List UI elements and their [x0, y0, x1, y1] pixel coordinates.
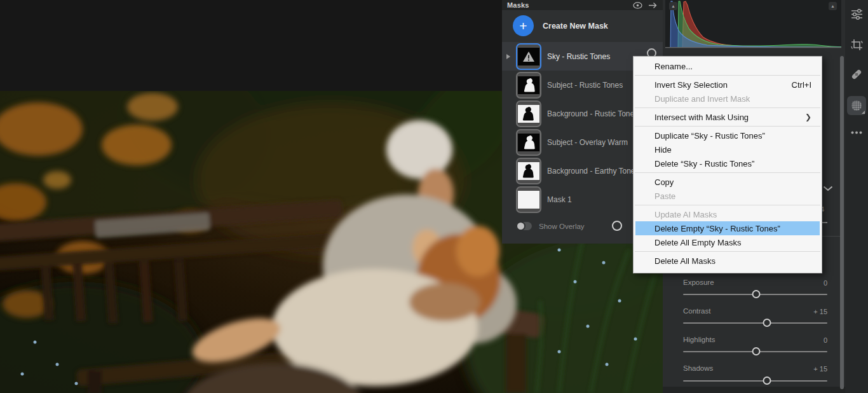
- subject-silhouette-icon: [518, 77, 539, 93]
- histogram-chart: [665, 0, 841, 48]
- menu-separator: [635, 126, 820, 127]
- masks-panel-title: Masks: [507, 1, 529, 9]
- create-new-mask-button[interactable]: + Create New Mask: [513, 15, 608, 36]
- panel-scrollbar[interactable]: [840, 56, 844, 389]
- slider-shadows[interactable]: [683, 380, 827, 382]
- slider-label-contrast: Contrast: [683, 307, 710, 315]
- tool-strip: [845, 0, 868, 393]
- crop-icon: [851, 39, 863, 51]
- create-new-mask-label: Create New Mask: [543, 22, 608, 31]
- menu-item-delete-empty-sky-rustic-tones[interactable]: Delete Empty “Sky - Rustic Tones”: [635, 221, 820, 235]
- menu-item-intersect-with-mask-using[interactable]: Intersect with Mask Using ❯: [634, 110, 822, 124]
- menu-item-paste[interactable]: Paste: [634, 189, 822, 203]
- menu-separator: [635, 75, 820, 76]
- menu-separator: [635, 205, 820, 205]
- menu-item-copy[interactable]: Copy: [634, 175, 822, 189]
- slider-value-contrast: + 15: [813, 308, 827, 315]
- mask-context-menu: Rename... Invert Sky Selection Ctrl+I Du…: [633, 56, 822, 273]
- menu-item-duplicate-and-invert-mask[interactable]: Duplicate and Invert Mask: [634, 92, 822, 106]
- toggle-knob: [516, 221, 526, 231]
- show-overlay-label: Show Overlay: [539, 223, 585, 230]
- panel-dash-fragment: [822, 222, 827, 223]
- submenu-arrow-icon: ❯: [805, 113, 811, 121]
- subject-silhouette-icon: [518, 134, 539, 151]
- masking-icon: [850, 99, 863, 112]
- arrow-right-icon[interactable]: [648, 2, 658, 9]
- chevron-down-icon[interactable]: [823, 186, 833, 191]
- menu-item-delete-sky-rustic-tones[interactable]: Delete “Sky - Rustic Tones”: [634, 156, 822, 170]
- menu-item-delete-all-masks[interactable]: Delete All Masks: [634, 254, 822, 268]
- show-overlay-toggle[interactable]: [516, 222, 532, 230]
- disclosure-triangle-icon[interactable]: [506, 54, 510, 59]
- menu-item-invert-sky-selection[interactable]: Invert Sky Selection Ctrl+I: [634, 78, 822, 92]
- mask-label: Subject - Rustic Tones: [547, 81, 623, 90]
- mask-label: Subject - Overlay Warm: [547, 138, 628, 147]
- slider-contrast[interactable]: [683, 322, 827, 324]
- slider-knob[interactable]: [752, 290, 760, 298]
- mask-thumbnail[interactable]: [516, 100, 541, 127]
- histogram[interactable]: ▲ ▲: [665, 0, 841, 48]
- slider-knob[interactable]: [763, 376, 771, 385]
- mask-thumbnail[interactable]: [516, 72, 541, 99]
- slider-exposure[interactable]: [683, 294, 827, 295]
- masks-panel-header: Masks: [502, 0, 663, 10]
- mask-thumbnail[interactable]: [516, 158, 541, 184]
- menu-shortcut: Ctrl+I: [792, 80, 811, 90]
- mask-label: Mask 1: [547, 195, 572, 204]
- slider-value-exposure: 0: [824, 279, 827, 287]
- edit-adjustments-button[interactable]: [845, 3, 868, 25]
- overlay-color-swatch[interactable]: [612, 221, 622, 231]
- slider-value-highlights: 0: [824, 336, 827, 344]
- menu-item-rename[interactable]: Rename...: [634, 59, 822, 73]
- slider-knob[interactable]: [752, 347, 760, 355]
- slider-label-shadows: Shadows: [683, 364, 713, 372]
- panel-bottom-strip: [663, 387, 845, 393]
- menu-separator: [635, 172, 820, 173]
- subject-silhouette-icon: [518, 163, 539, 179]
- plus-icon: +: [513, 15, 534, 36]
- slider-highlights[interactable]: [683, 351, 827, 352]
- slider-value-shadows: + 15: [813, 365, 827, 373]
- slider-knob[interactable]: [763, 319, 771, 327]
- slider-label-highlights: Highlights: [683, 336, 715, 343]
- show-overlay-row: Show Overlay: [516, 222, 585, 230]
- masking-button[interactable]: [845, 94, 868, 117]
- mask-label: Background - Rustic Tones: [547, 109, 638, 118]
- panel-separator: [822, 236, 841, 237]
- slider-label-exposure: Exposure: [683, 279, 714, 286]
- menu-separator: [635, 107, 820, 108]
- healing-bandaid-icon: [850, 68, 863, 81]
- menu-item-duplicate-sky-rustic-tones[interactable]: Duplicate “Sky - Rustic Tones”: [634, 128, 822, 142]
- menu-item-delete-all-empty-masks[interactable]: Delete All Empty Masks: [634, 235, 822, 249]
- ellipsis-icon: [851, 131, 862, 134]
- menu-item-update-ai-masks[interactable]: Update AI Masks: [634, 207, 822, 221]
- sliders-icon: [851, 8, 863, 20]
- subject-silhouette-icon: [518, 106, 539, 122]
- healing-button[interactable]: [845, 63, 868, 86]
- eye-icon[interactable]: [633, 2, 642, 9]
- warning-icon: [521, 50, 536, 64]
- menu-separator: [635, 251, 820, 252]
- menu-item-hide[interactable]: Hide: [634, 142, 822, 156]
- mask-thumbnail[interactable]: [516, 43, 541, 70]
- shadow-clipping-icon[interactable]: ▲: [669, 2, 677, 10]
- mask-label: Background - Earthy Tones: [547, 167, 639, 176]
- crop-rotate-button[interactable]: [845, 33, 868, 56]
- mask-thumbnail[interactable]: [516, 186, 541, 213]
- mask-thumbnail[interactable]: [516, 129, 541, 156]
- highlight-clipping-icon[interactable]: ▲: [829, 2, 837, 10]
- more-options-button[interactable]: [845, 121, 868, 144]
- mask-label: Sky - Rustic Tones: [547, 52, 610, 61]
